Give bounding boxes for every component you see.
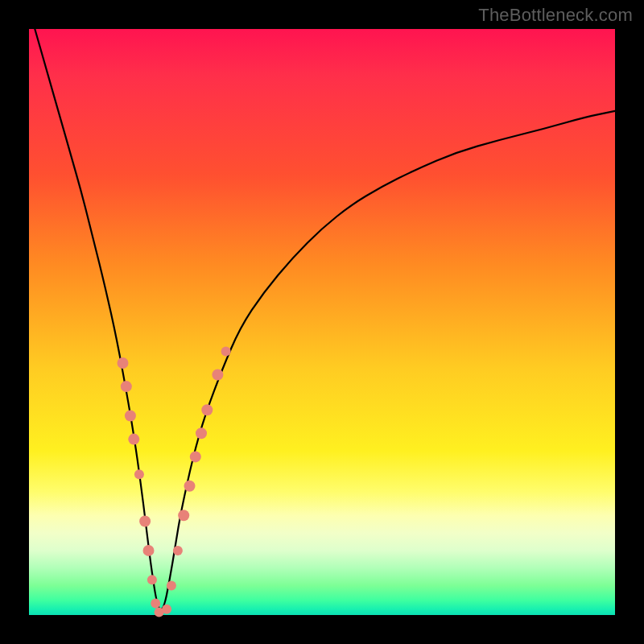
bead-marker [162,605,171,614]
bead-marker [143,545,155,556]
chart-frame: TheBottleneck.com [0,0,644,644]
bead-marker [139,516,151,527]
curve-svg [29,29,615,615]
bead-marker [212,369,223,381]
plot-area [29,29,615,615]
bead-marker [118,357,129,369]
bead-marker [128,434,139,445]
bead-marker [121,381,132,392]
bead-group [118,346,231,617]
bead-marker [167,581,176,591]
bead-marker [178,510,189,521]
bead-marker [196,427,207,439]
bead-marker [201,404,213,415]
bead-marker [173,546,183,555]
bead-marker [147,575,157,584]
bead-marker [221,346,231,356]
bottleneck-curve [35,29,615,609]
bead-marker [184,481,196,492]
bead-marker [151,598,160,608]
bead-marker [125,411,136,422]
bead-marker [190,451,201,462]
bead-marker [134,469,144,479]
watermark-text: TheBottleneck.com [478,5,633,26]
